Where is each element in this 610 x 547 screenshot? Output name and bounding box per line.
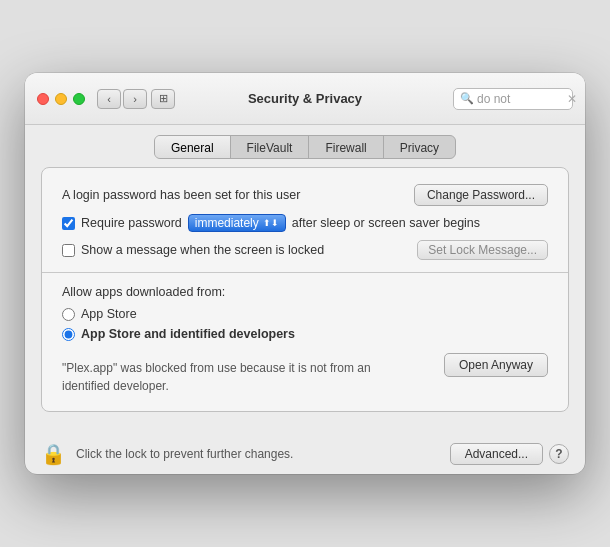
require-password-label: Require password	[81, 216, 182, 230]
app-store-label: App Store	[81, 307, 137, 321]
set-lock-message-button[interactable]: Set Lock Message...	[417, 240, 548, 260]
require-password-checkbox-row: Require password immediately ⬆⬇ after sl…	[62, 214, 480, 232]
bottom-right: Advanced... ?	[450, 443, 569, 465]
allow-apps-label: Allow apps downloaded from:	[62, 285, 548, 299]
window: ‹ › ⊞ Security & Privacy 🔍 ✕ General Fil…	[25, 73, 585, 474]
login-password-label: A login password has been set for this u…	[62, 188, 300, 202]
traffic-lights	[37, 93, 85, 105]
content: A login password has been set for this u…	[25, 167, 585, 434]
after-sleep-label: after sleep or screen saver begins	[292, 216, 480, 230]
open-anyway-area: "Plex.app" was blocked from use because …	[62, 349, 548, 395]
search-box[interactable]: 🔍 ✕	[453, 88, 573, 110]
close-button[interactable]	[37, 93, 49, 105]
tabs: General FileVault Firewall Privacy	[154, 135, 456, 159]
search-clear-icon[interactable]: ✕	[567, 92, 577, 106]
lock-label: Click the lock to prevent further change…	[76, 447, 293, 461]
nav-buttons: ‹ ›	[97, 89, 147, 109]
window-title-text: Security & Privacy	[248, 91, 362, 106]
tab-firewall[interactable]: Firewall	[309, 136, 383, 159]
app-store-identified-radio[interactable]	[62, 328, 75, 341]
grid-button[interactable]: ⊞	[151, 89, 175, 109]
search-input[interactable]	[477, 92, 567, 106]
search-icon: 🔍	[460, 92, 474, 105]
show-message-checkbox-row: Show a message when the screen is locked	[62, 243, 324, 257]
advanced-button[interactable]: Advanced...	[450, 443, 543, 465]
titlebar: ‹ › ⊞ Security & Privacy 🔍 ✕	[25, 73, 585, 125]
show-message-row: Show a message when the screen is locked…	[62, 240, 548, 260]
tab-privacy[interactable]: Privacy	[384, 136, 455, 159]
app-store-radio-row: App Store	[62, 307, 548, 321]
require-password-row: Require password immediately ⬆⬇ after sl…	[62, 214, 548, 232]
window-title: Security & Privacy	[248, 91, 362, 106]
password-timing-dropdown[interactable]: immediately ⬆⬇	[188, 214, 286, 232]
blocked-message: "Plex.app" was blocked from use because …	[62, 359, 402, 395]
divider	[42, 272, 568, 273]
general-panel: A login password has been set for this u…	[41, 167, 569, 412]
show-message-checkbox[interactable]	[62, 244, 75, 257]
open-anyway-button[interactable]: Open Anyway	[444, 353, 548, 377]
app-store-identified-radio-row: App Store and identified developers	[62, 327, 548, 341]
back-button[interactable]: ‹	[97, 89, 121, 109]
bottom-bar: 🔒 Click the lock to prevent further chan…	[25, 434, 585, 474]
maximize-button[interactable]	[73, 93, 85, 105]
password-timing-value: immediately	[195, 216, 259, 230]
forward-button[interactable]: ›	[123, 89, 147, 109]
app-store-identified-label: App Store and identified developers	[81, 327, 295, 341]
change-password-button[interactable]: Change Password...	[414, 184, 548, 206]
help-button[interactable]: ?	[549, 444, 569, 464]
minimize-button[interactable]	[55, 93, 67, 105]
tab-general[interactable]: General	[155, 136, 231, 159]
dropdown-arrow-icon: ⬆⬇	[263, 218, 279, 228]
tab-filevault[interactable]: FileVault	[231, 136, 310, 159]
tabs-container: General FileVault Firewall Privacy	[25, 125, 585, 167]
require-password-checkbox[interactable]	[62, 217, 75, 230]
show-message-label: Show a message when the screen is locked	[81, 243, 324, 257]
app-store-radio[interactable]	[62, 308, 75, 321]
login-password-row: A login password has been set for this u…	[62, 184, 548, 206]
lock-icon[interactable]: 🔒	[41, 442, 66, 466]
